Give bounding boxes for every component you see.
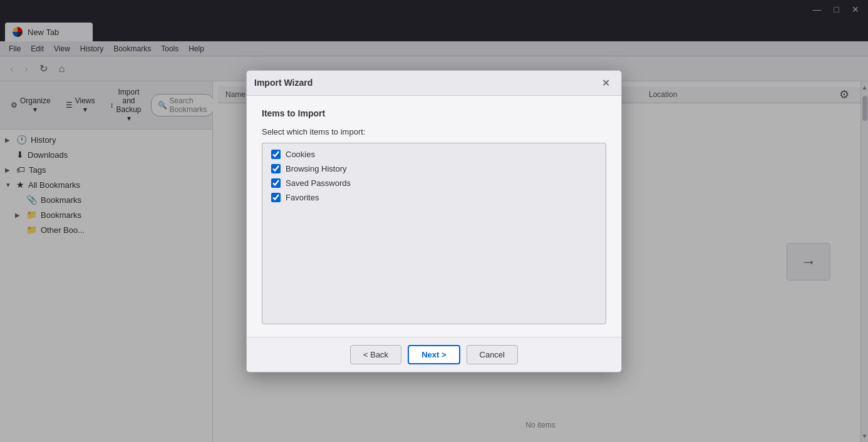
- import-wizard-dialog: Import Wizard ✕ Items to Import Select w…: [246, 70, 622, 373]
- dialog-titlebar: Import Wizard ✕: [247, 71, 621, 96]
- checkbox-cookies-label: Cookies: [286, 150, 315, 159]
- checkbox-cookies[interactable]: Cookies: [271, 150, 597, 159]
- checkbox-browsing-history-label: Browsing History: [286, 164, 347, 173]
- dialog-footer: < Back Next > Cancel: [247, 337, 621, 372]
- checkbox-browsing-history-input[interactable]: [271, 164, 281, 173]
- import-items-list: Cookies Browsing History Saved Passwords…: [262, 143, 606, 324]
- checkbox-cookies-input[interactable]: [271, 150, 281, 159]
- checkbox-saved-passwords-label: Saved Passwords: [286, 178, 351, 188]
- checkbox-favorites-input[interactable]: [271, 193, 281, 202]
- dialog-close-button[interactable]: ✕: [598, 76, 614, 90]
- dialog-overlay: Import Wizard ✕ Items to Import Select w…: [0, 0, 868, 442]
- checkbox-saved-passwords[interactable]: Saved Passwords: [271, 178, 597, 188]
- dialog-body: Items to Import Select which items to im…: [247, 96, 621, 337]
- dialog-title: Import Wizard: [254, 78, 313, 88]
- checkbox-browsing-history[interactable]: Browsing History: [271, 164, 597, 173]
- back-button[interactable]: < Back: [350, 345, 401, 364]
- dialog-section-title: Items to Import: [262, 108, 606, 118]
- cancel-button[interactable]: Cancel: [467, 345, 518, 364]
- checkbox-favorites-label: Favorites: [286, 193, 319, 202]
- checkbox-favorites[interactable]: Favorites: [271, 193, 597, 202]
- checkbox-saved-passwords-input[interactable]: [271, 178, 281, 188]
- dialog-prompt: Select which items to import:: [262, 127, 606, 136]
- next-button[interactable]: Next >: [408, 345, 460, 364]
